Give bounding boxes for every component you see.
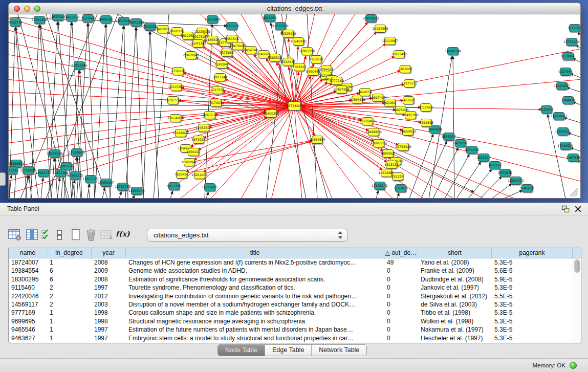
table-mode-icon[interactable] xyxy=(8,229,21,241)
network-node[interactable]: 7632621 xyxy=(488,162,502,169)
table-cell-title[interactable]: Embryonic stem cells: a model to study s… xyxy=(126,334,384,342)
network-node[interactable]: 7568520 xyxy=(268,54,282,62)
network-node[interactable]: 11325419 xyxy=(280,30,296,38)
table-cell-name[interactable]: 19384554 xyxy=(9,267,47,275)
close-window-button[interactable] xyxy=(14,6,20,12)
table-cell-name[interactable]: 9465546 xyxy=(9,325,47,334)
table-cell-in_degree[interactable]: 6 xyxy=(47,275,92,283)
close-panel-icon[interactable] xyxy=(574,205,582,213)
new-column-icon[interactable] xyxy=(71,229,81,241)
table-cell-short[interactable]: Stergiakouli et al. (2012) xyxy=(418,292,492,300)
delete-columns-icon[interactable] xyxy=(85,229,97,241)
table-cell-pagerank[interactable]: 5.3E-5 xyxy=(492,283,573,292)
table-cell-short[interactable]: Franke et al. (2009) xyxy=(418,267,492,275)
table-cell-short[interactable]: Nakamura et al. (1997) xyxy=(418,325,492,334)
network-node[interactable]: 12093887 xyxy=(554,82,570,90)
table-cell-year[interactable]: 2008 xyxy=(92,258,126,267)
table-cell-title[interactable]: Disruption of a novel member of a sodium… xyxy=(126,300,384,309)
table-cell-name[interactable]: 14569117 xyxy=(9,300,47,309)
network-node[interactable]: 8454749 xyxy=(244,47,258,54)
network-node[interactable]: 18640910 xyxy=(290,38,307,46)
show-column-icon[interactable] xyxy=(26,229,39,241)
network-node[interactable]: 1167533 xyxy=(566,154,580,162)
network-canvas[interactable]: 1872400740557142769140610553287106532871… xyxy=(8,14,581,199)
network-node[interactable]: 10688809 xyxy=(365,128,382,136)
table-cell-title[interactable]: Genome-wide association studies in ADHD. xyxy=(126,267,384,275)
network-node[interactable]: 9884067 xyxy=(381,150,395,158)
table-cell-short[interactable]: Tibbo et al. (1998) xyxy=(418,309,492,317)
network-node[interactable]: 252254 xyxy=(391,173,404,181)
table-cell-out_degree[interactable]: 0 xyxy=(384,275,418,283)
table-row[interactable]: 1872400712008Changes of HCN gene express… xyxy=(9,258,573,267)
table-cell-in_degree[interactable]: 1 xyxy=(47,317,92,325)
network-node[interactable]: 7515526 xyxy=(143,23,157,31)
tab-network-table[interactable]: Network Table xyxy=(312,345,366,356)
column-header-out_degree[interactable]: △ out_de… xyxy=(384,248,418,258)
network-node[interactable]: 15166822 xyxy=(172,129,189,137)
network-node[interactable]: 15218506 xyxy=(272,23,289,30)
network-node[interactable]: 1615132 xyxy=(384,161,399,169)
network-node[interactable]: 14136141 xyxy=(372,182,388,190)
network-node[interactable]: 8215953 xyxy=(539,106,554,114)
table-cell-short[interactable]: Hescheler et al. (1997) xyxy=(418,334,492,342)
table-row[interactable]: 977716911998Corpus callosum shape and si… xyxy=(9,309,573,317)
network-node[interactable]: 2935114 xyxy=(476,154,491,162)
table-cell-title[interactable]: Corpus callosum shape and size in male p… xyxy=(126,309,384,317)
minimize-window-button[interactable] xyxy=(24,6,30,12)
tab-edge-table[interactable]: Edge Table xyxy=(265,345,312,356)
table-cell-short[interactable]: de Silva et al. (2003) xyxy=(418,300,492,309)
network-node[interactable]: 9245652 xyxy=(520,185,534,192)
network-node[interactable]: 9115460 xyxy=(419,104,433,112)
table-cell-year[interactable]: 2009 xyxy=(92,267,126,275)
network-node[interactable]: 7557224 xyxy=(225,23,239,30)
table-cell-out_degree[interactable]: 0 xyxy=(384,292,418,300)
table-cell-out_degree[interactable]: 49 xyxy=(384,258,418,267)
table-row[interactable]: 1830029562008Estimation of significance … xyxy=(9,275,573,283)
network-node[interactable]: 1562615 xyxy=(292,63,307,71)
network-node[interactable]: 2718126 xyxy=(171,68,185,75)
table-cell-title[interactable]: Structural magnetic resonance image aver… xyxy=(126,317,384,325)
network-node[interactable]: 16107552 xyxy=(165,97,181,104)
table-cell-in_degree[interactable]: 2 xyxy=(47,283,92,292)
table-cell-in_degree[interactable]: 1 xyxy=(47,258,92,267)
table-source-select[interactable]: citations_edges.txt xyxy=(147,229,347,242)
network-node[interactable]: 15751074 xyxy=(563,38,580,46)
table-cell-title[interactable]: Investigating the contribution of common… xyxy=(126,292,384,300)
table-row[interactable]: 1456911722003Disruption of a novel membe… xyxy=(9,300,573,309)
network-node[interactable]: 3624554 xyxy=(358,89,372,96)
table-cell-in_degree[interactable]: 1 xyxy=(47,309,92,317)
table-cell-in_degree[interactable]: 1 xyxy=(47,334,92,342)
network-node[interactable]: 9899685 xyxy=(419,119,433,127)
table-cell-name[interactable]: 18300295 xyxy=(9,275,47,283)
network-node[interactable]: 12923448 xyxy=(128,187,145,195)
network-node[interactable]: 16210643 xyxy=(551,113,567,120)
table-cell-out_degree[interactable]: 0 xyxy=(384,309,418,317)
table-cell-name[interactable]: 9115460 xyxy=(9,283,47,292)
network-node[interactable]: 18724007 xyxy=(286,102,302,111)
table-cell-title[interactable]: Tourette syndrome. Phenomenology and cla… xyxy=(126,283,384,292)
network-node[interactable]: 27691406 xyxy=(31,16,48,24)
table-cell-year[interactable]: 2012 xyxy=(92,292,126,300)
table-cell-out_degree[interactable]: 0 xyxy=(384,267,418,275)
table-cell-name[interactable]: 18724007 xyxy=(9,258,47,267)
network-node[interactable]: 10807487 xyxy=(369,94,386,102)
table-row[interactable]: 911546021997Tourette syndrome. Phenomeno… xyxy=(9,283,573,292)
table-cell-name[interactable]: 9699695 xyxy=(9,317,47,325)
table-cell-year[interactable]: 1997 xyxy=(92,325,126,334)
table-cell-name[interactable]: 9463627 xyxy=(9,334,47,342)
network-node[interactable]: 9242845 xyxy=(214,61,229,69)
network-node[interactable]: 9227343 xyxy=(558,68,573,76)
table-cell-in_degree[interactable]: 2 xyxy=(47,300,92,309)
network-node[interactable]: 8813054 xyxy=(263,14,277,22)
network-node[interactable]: 8267130 xyxy=(203,112,217,119)
network-node[interactable]: 7463822 xyxy=(156,26,170,33)
network-node[interactable]: 12213382 xyxy=(168,83,184,91)
network-node[interactable]: 8938924 xyxy=(442,133,456,141)
table-cell-pagerank[interactable]: 5.3E-5 xyxy=(492,309,573,317)
network-node[interactable]: 9375685 xyxy=(220,49,234,57)
network-node[interactable]: 62160 xyxy=(385,99,396,107)
table-cell-out_degree[interactable]: 0 xyxy=(384,300,418,309)
table-cell-out_degree[interactable]: 0 xyxy=(384,283,418,292)
column-header-in_degree[interactable]: in_degree xyxy=(47,248,92,258)
select-columns-icon[interactable] xyxy=(41,229,51,241)
